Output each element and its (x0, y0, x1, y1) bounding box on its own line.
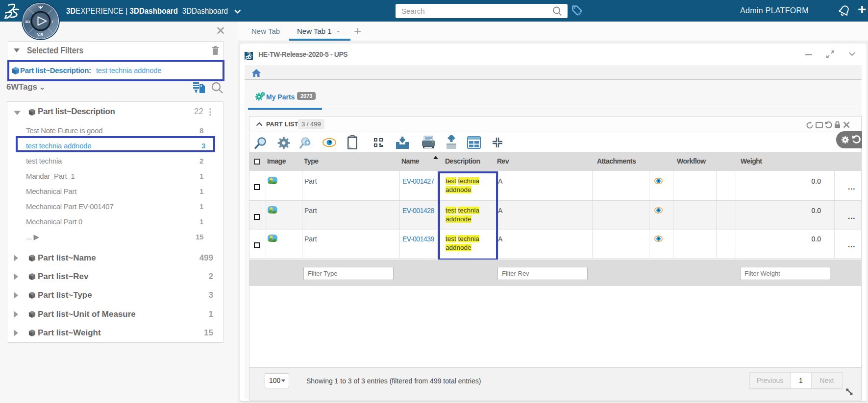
svg-text:3D: 3D (25, 20, 30, 24)
svg-text:V.R: V.R (37, 32, 44, 37)
